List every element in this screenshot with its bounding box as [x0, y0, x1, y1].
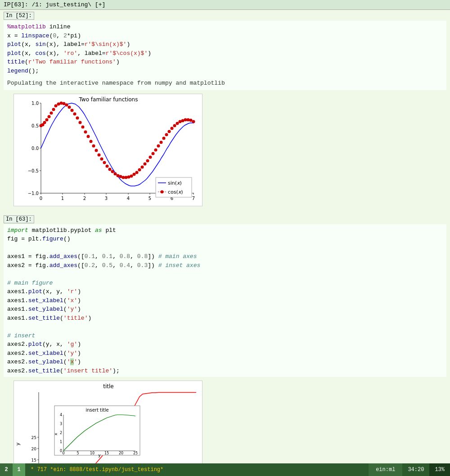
- svg-point-35: [54, 104, 58, 107]
- svg-point-55: [108, 168, 112, 171]
- svg-text:title: title: [103, 383, 113, 390]
- svg-text:7: 7: [192, 196, 195, 201]
- status-mode: ein:ml: [369, 463, 402, 476]
- c63-line-8: axes1.plot(x, y, 'r'): [7, 287, 443, 296]
- svg-point-76: [165, 133, 168, 136]
- cell-63: In [63]: import matplotlib.pyplot as plt…: [0, 213, 450, 379]
- code-line-3: plot(x, sin(x), label=r'$\sin(x)$'): [7, 40, 443, 49]
- svg-point-43: [76, 116, 79, 119]
- cell-52-code[interactable]: %matplotlib inline x = linspace(0, 2*pi)…: [4, 21, 446, 77]
- svg-text:y: y: [15, 443, 21, 446]
- svg-text:0.5: 0.5: [32, 123, 39, 128]
- chart2-container: title y x 0 5 10 15 20 25 0 1: [0, 379, 450, 463]
- svg-text:x: x: [54, 433, 58, 435]
- svg-point-70: [149, 155, 152, 159]
- svg-text:5: 5: [76, 451, 79, 455]
- sin-curve: [41, 103, 194, 186]
- svg-text:−0.5: −0.5: [28, 168, 39, 173]
- svg-text:15: 15: [104, 451, 109, 455]
- svg-point-45: [81, 125, 85, 128]
- svg-point-58: [117, 174, 120, 177]
- cell-52-output: Populating the interactive namespace fro…: [4, 77, 446, 90]
- svg-point-64: [133, 172, 136, 176]
- chart1-container: Two familiar functions 1.0 0.5 0.0 −0.5 …: [0, 92, 450, 210]
- c63-line-17: axes2.set_title('insert title');: [7, 367, 443, 376]
- legend-sin-label: sin(x): [168, 180, 182, 186]
- svg-text:2: 2: [83, 196, 86, 201]
- svg-point-65: [135, 171, 139, 174]
- svg-text:4: 4: [60, 413, 62, 417]
- svg-point-85: [189, 118, 193, 122]
- code-line-5: title(r'Two familiar functions'): [7, 58, 443, 67]
- cell-63-code[interactable]: import matplotlib.pyplot as plt fig = pl…: [4, 224, 446, 377]
- status-file: * 717 *ein: 8888/test.ipynb/just_testing…: [25, 463, 369, 476]
- svg-point-40: [68, 105, 71, 109]
- svg-text:25: 25: [32, 435, 36, 440]
- svg-point-32: [48, 115, 51, 118]
- status-position: 34:20: [402, 463, 429, 476]
- svg-text:25: 25: [133, 451, 138, 455]
- svg-point-63: [130, 174, 133, 177]
- svg-point-51: [98, 153, 101, 156]
- cell-52-label[interactable]: In [52]:: [4, 12, 34, 20]
- svg-point-49: [92, 144, 95, 147]
- c63-line-4: axes1 = fig.add_axes([0.1, 0.1, 0.8, 0.8…: [7, 252, 443, 261]
- svg-point-44: [79, 121, 82, 124]
- title-text: IP[63]: /1: just_testing\ [+]: [4, 1, 105, 8]
- c63-line-13: # insert: [7, 331, 443, 340]
- svg-point-42: [73, 112, 76, 115]
- title-bar: IP[63]: /1: just_testing\ [+]: [0, 0, 450, 10]
- c63-line-3: [7, 244, 443, 253]
- svg-point-52: [100, 157, 104, 160]
- status-file-text: * 717 *ein: 8888/test.ipynb/just_testing…: [31, 467, 163, 473]
- c63-line-7: # main figure: [7, 279, 443, 288]
- svg-point-75: [162, 136, 166, 140]
- svg-text:4: 4: [127, 196, 130, 201]
- svg-point-30: [43, 121, 46, 124]
- svg-point-39: [65, 103, 68, 106]
- status-bar: 2 1 * 717 *ein: 8888/test.ipynb/just_tes…: [0, 463, 450, 476]
- svg-point-33: [50, 111, 53, 114]
- svg-point-48: [90, 140, 93, 143]
- svg-point-37: [60, 101, 63, 104]
- svg-point-77: [168, 130, 171, 133]
- svg-text:1: 1: [61, 196, 64, 201]
- c63-line-9: axes1.set_xlabel('x'): [7, 296, 443, 305]
- svg-point-72: [154, 148, 158, 151]
- code-line-1: %matplotlib inline: [7, 23, 443, 32]
- svg-point-46: [84, 130, 87, 133]
- svg-point-53: [103, 161, 106, 164]
- c63-line-12: [7, 322, 443, 331]
- svg-point-73: [157, 144, 160, 147]
- c63-line-1: import matplotlib.pyplot as plt: [7, 226, 443, 235]
- cell-63-label[interactable]: In [63]:: [4, 215, 34, 223]
- svg-rect-120: [54, 406, 140, 455]
- svg-point-54: [106, 164, 109, 168]
- svg-point-84: [187, 118, 190, 121]
- svg-point-50: [95, 149, 98, 152]
- svg-text:5: 5: [148, 196, 151, 201]
- svg-point-80: [176, 122, 179, 125]
- svg-point-68: [144, 162, 147, 165]
- svg-point-31: [45, 118, 49, 121]
- code-line-6: legend();: [7, 67, 443, 76]
- svg-point-81: [179, 120, 182, 123]
- status-mode-text: ein:ml: [376, 467, 395, 473]
- svg-text:20: 20: [32, 447, 37, 451]
- svg-point-60: [122, 176, 125, 179]
- svg-point-83: [184, 118, 187, 121]
- svg-text:0: 0: [60, 449, 62, 453]
- svg-point-41: [71, 109, 74, 112]
- status-pct-text: 13%: [435, 467, 445, 473]
- svg-point-79: [173, 124, 176, 127]
- svg-text:3: 3: [105, 196, 108, 201]
- svg-point-71: [152, 152, 155, 155]
- c63-line-11: axes1.set_title('title'): [7, 314, 443, 323]
- status-percent: 13%: [429, 463, 450, 476]
- code-line-2: x = linspace(0, 2*pi): [7, 32, 443, 41]
- notebook[interactable]: In [52]: %matplotlib inline x = linspace…: [0, 10, 450, 463]
- svg-point-62: [127, 175, 130, 178]
- svg-text:0: 0: [40, 196, 42, 201]
- cell-52: In [52]: %matplotlib inline x = linspace…: [0, 10, 450, 92]
- cell-numbers: 2 1: [0, 463, 25, 476]
